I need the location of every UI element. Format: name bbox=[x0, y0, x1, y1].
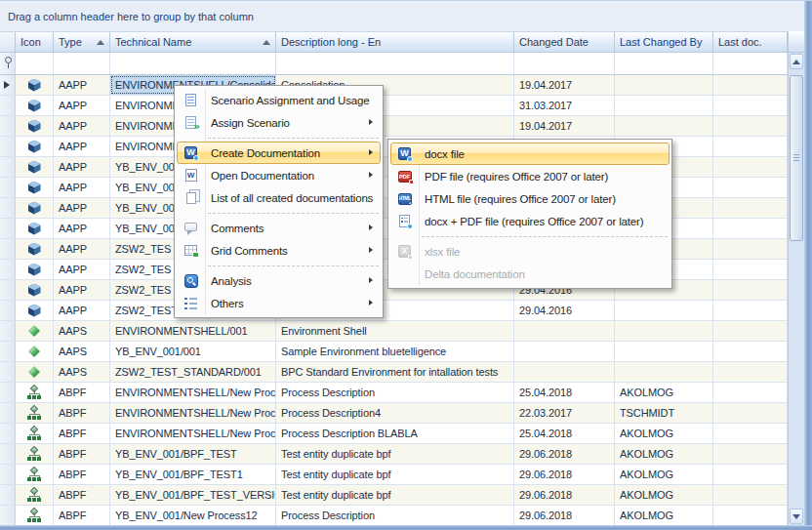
table-row[interactable]: ABPF YB_ENV_001/BPF_TEST_VERSION Test en… bbox=[0, 485, 788, 506]
type-icon-cell bbox=[16, 75, 54, 95]
technical-name-cell[interactable]: ENVIRONMENTSHELL/001 bbox=[110, 321, 276, 341]
column-header-last-changed-by[interactable]: Last Changed By bbox=[615, 32, 713, 53]
type-cell: AAPP bbox=[54, 280, 110, 300]
technical-name-cell[interactable]: ENVIRONMENTSHELL/New Proc... bbox=[110, 403, 276, 423]
table-row[interactable]: AAPP ENVIRONMEN 31.03.2017 bbox=[0, 96, 788, 116]
type-cell: ABPF bbox=[54, 465, 110, 484]
filter-input-description[interactable] bbox=[276, 53, 514, 74]
submenu-item-icon bbox=[398, 147, 411, 160]
submenu-item-label: HTML file (requires Office 2007 or later… bbox=[418, 193, 616, 205]
technical-name-cell[interactable]: YB_ENV_001/BPF_TEST_VERSION bbox=[110, 485, 276, 505]
technical-name-cell[interactable]: ENVIRONMENTSHELL/New Proc... bbox=[110, 383, 276, 402]
vertical-scrollbar[interactable] bbox=[788, 31, 804, 525]
context-menu-item[interactable]: Others bbox=[177, 292, 381, 314]
last-doc-cell bbox=[713, 362, 788, 382]
submenu-item[interactable]: PDF file (requires Office 2007 or later) bbox=[390, 165, 670, 187]
technical-name-cell[interactable]: YB_ENV_001/BPF_TEST bbox=[110, 444, 276, 464]
object-type-icon bbox=[28, 305, 41, 317]
table-row[interactable]: ABPF ENVIRONMENTSHELL/New Proc... Proces… bbox=[0, 424, 788, 444]
type-cell: AAPP bbox=[54, 239, 110, 259]
object-type-icon bbox=[27, 468, 42, 481]
column-header-description[interactable]: Description long - En bbox=[276, 32, 514, 53]
filter-input-technical-name[interactable] bbox=[110, 53, 276, 74]
filter-input-icon[interactable] bbox=[16, 53, 54, 74]
submenu-item-icon bbox=[399, 215, 410, 227]
last-changed-by-cell: AKOLMOG bbox=[615, 465, 713, 484]
table-row[interactable]: AAPP ENVIRONMEN 19.04.2017 bbox=[0, 116, 788, 137]
changed-date-cell: 25.04.2018 bbox=[514, 383, 615, 402]
type-icon-cell bbox=[16, 362, 54, 382]
context-menu-item[interactable]: List of all created documentations bbox=[177, 186, 381, 209]
filter-input-type[interactable] bbox=[54, 53, 110, 74]
changed-date-cell: 19.04.2017 bbox=[514, 75, 615, 95]
changed-date-cell bbox=[514, 342, 615, 361]
table-row[interactable]: ABPF YB_ENV_001/New Process12 Process De… bbox=[0, 506, 788, 525]
scroll-up-button[interactable] bbox=[790, 54, 803, 69]
object-type-icon bbox=[27, 427, 42, 440]
context-menu-item bbox=[177, 209, 381, 217]
row-indicator-cell bbox=[0, 506, 16, 525]
scrollbar-thumb[interactable] bbox=[790, 75, 803, 241]
submenu-item-icon bbox=[398, 193, 412, 205]
technical-name-cell[interactable]: YB_ENV_001/BPF_TEST1 bbox=[110, 465, 276, 484]
type-icon-cell bbox=[16, 424, 54, 443]
column-header-last-doc[interactable]: Last doc. bbox=[713, 32, 788, 53]
table-row[interactable]: AAPS ZSW2_TEST_STANDARD/001 BPC Standard… bbox=[0, 362, 788, 383]
menu-item-icon bbox=[184, 245, 197, 256]
object-type-icon bbox=[28, 325, 40, 337]
filter-input-last-changed-by[interactable] bbox=[615, 53, 713, 74]
context-menu-item[interactable]: Comments bbox=[177, 217, 381, 239]
submenu-item[interactable]: Delta documentation bbox=[390, 263, 670, 285]
last-doc-cell bbox=[713, 260, 788, 279]
filter-pin-icon bbox=[4, 57, 12, 69]
context-menu-item[interactable]: Open Documentation bbox=[177, 164, 381, 186]
changed-date-cell bbox=[514, 321, 615, 341]
description-cell: Process Description bbox=[276, 506, 514, 525]
last-doc-cell bbox=[713, 137, 788, 156]
context-menu-item[interactable]: Analysis bbox=[177, 269, 381, 292]
row-indicator-cell bbox=[0, 383, 16, 402]
row-indicator-cell bbox=[0, 178, 16, 197]
type-cell: AAPP bbox=[54, 137, 110, 156]
table-row[interactable]: ABPF ENVIRONMENTSHELL/New Proc... Proces… bbox=[0, 383, 788, 403]
sort-asc-icon bbox=[263, 40, 270, 45]
menu-item-label: Open Documentation bbox=[204, 170, 314, 182]
technical-name-cell[interactable]: YB_ENV_001/New Process12 bbox=[110, 506, 276, 525]
table-row[interactable]: AAPP ZSW2_TEST_STANDARD/Rates Exchange R… bbox=[0, 301, 788, 321]
row-indicator-cell bbox=[0, 198, 16, 218]
type-cell: AAPP bbox=[54, 178, 110, 197]
column-header-icon[interactable]: Icon bbox=[16, 32, 54, 53]
filter-input-changed-date[interactable] bbox=[514, 53, 615, 74]
scroll-down-button[interactable] bbox=[790, 509, 803, 524]
table-row[interactable]: ABPF YB_ENV_001/BPF_TEST1 Test entity du… bbox=[0, 465, 788, 485]
submenu-item[interactable]: docx file bbox=[390, 143, 670, 165]
column-header-changed-date[interactable]: Changed Date bbox=[514, 32, 615, 53]
last-changed-by-cell bbox=[615, 116, 713, 136]
technical-name-cell[interactable]: ENVIRONMENTSHELL/New Proc... bbox=[110, 424, 276, 443]
table-row[interactable]: AAPP ENVIRONMENTSHELL/Consolida... Conso… bbox=[0, 75, 788, 96]
column-header-technical-name[interactable]: Technical Name bbox=[110, 32, 276, 53]
context-menu-item[interactable]: Assign Scenario bbox=[177, 111, 381, 134]
context-menu-item[interactable]: Scenario Assignment and Usage bbox=[177, 89, 381, 111]
table-row[interactable]: AAPS YB_ENV_001/001 Sample Environment b… bbox=[0, 342, 788, 362]
context-menu-item[interactable]: Create Documentation bbox=[177, 142, 381, 164]
type-cell: AAPP bbox=[54, 96, 110, 115]
last-changed-by-cell bbox=[615, 96, 713, 115]
table-row[interactable]: AAPS ENVIRONMENTSHELL/001 Environment Sh… bbox=[0, 321, 788, 342]
type-icon-cell bbox=[16, 280, 54, 300]
table-row[interactable]: ABPF YB_ENV_001/BPF_TEST Test entity dup… bbox=[0, 444, 788, 465]
type-icon-cell bbox=[16, 383, 54, 402]
table-row[interactable]: ABPF ENVIRONMENTSHELL/New Proc... Proces… bbox=[0, 403, 788, 424]
technical-name-cell[interactable]: ZSW2_TEST_STANDARD/001 bbox=[110, 362, 276, 382]
submenu-item-icon bbox=[398, 245, 411, 258]
description-cell: Process Description4 bbox=[276, 403, 514, 423]
submenu-item[interactable]: docx + PDF file (requires Office 2007 or… bbox=[390, 210, 670, 232]
submenu-item[interactable]: xlsx file bbox=[390, 240, 670, 263]
type-cell: ABPF bbox=[54, 424, 110, 443]
filter-input-last-doc[interactable] bbox=[713, 53, 788, 74]
technical-name-cell[interactable]: YB_ENV_001/001 bbox=[110, 342, 276, 361]
context-menu-item[interactable]: Grid Comments bbox=[177, 239, 381, 262]
type-icon-cell bbox=[16, 219, 54, 238]
column-header-type[interactable]: Type bbox=[54, 32, 110, 53]
submenu-item[interactable]: HTML file (requires Office 2007 or later… bbox=[390, 187, 670, 210]
